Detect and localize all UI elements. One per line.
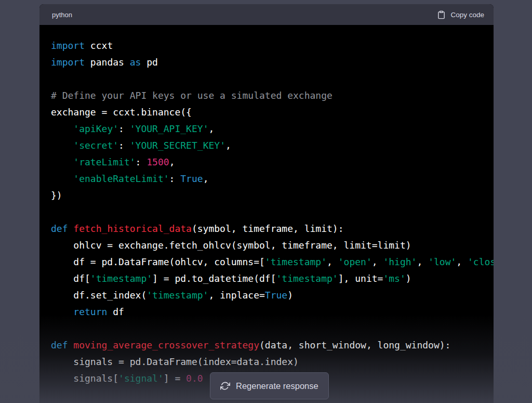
- clipboard-icon: [437, 10, 446, 20]
- code-token: 'timestamp': [265, 256, 327, 267]
- code-line: def fetch_historical_data(symbol, timefr…: [51, 220, 494, 237]
- code-token: signals[: [51, 373, 118, 384]
- code-token: 'apiKey': [73, 123, 118, 134]
- code-token: ,: [327, 256, 338, 267]
- code-token: ] = pd.to_datetime(df[: [152, 273, 276, 284]
- code-token: pandas: [85, 57, 130, 68]
- code-token: import: [51, 57, 85, 68]
- code-token: , inplace=: [208, 290, 264, 301]
- code-line: df = pd.DataFrame(ohlcv, columns=['times…: [51, 254, 494, 270]
- code-token: ,: [225, 140, 231, 151]
- code-token: [51, 157, 73, 167]
- regenerate-label: Regenerate response: [236, 381, 318, 391]
- code-line: return df: [51, 304, 494, 320]
- code-token: 'close': [468, 256, 494, 267]
- code-line: import ccxt: [51, 37, 494, 54]
- code-token: True: [265, 290, 287, 301]
- code-line: df['timestamp'] = pd.to_datetime(df['tim…: [51, 270, 494, 287]
- code-token: return: [73, 306, 107, 317]
- code-token: 'timestamp': [147, 290, 208, 301]
- code-token: 'high': [383, 256, 417, 267]
- code-token: exchange = ccxt.binance({: [51, 107, 192, 118]
- code-token: [51, 140, 73, 151]
- code-token: (data, short_window, long_window):: [259, 340, 450, 350]
- code-token: 'signal': [118, 373, 164, 384]
- code-token: [68, 223, 74, 234]
- code-token: df: [107, 306, 124, 317]
- code-token: [51, 123, 73, 134]
- code-token: 'enableRateLimit': [73, 173, 169, 184]
- code-token: ,: [203, 173, 209, 184]
- code-line: 'secret': 'YOUR_SECRET_KEY',: [51, 137, 494, 154]
- regenerate-icon: [220, 381, 230, 391]
- code-token: [51, 306, 73, 317]
- copy-code-button[interactable]: Copy code: [437, 10, 484, 20]
- code-token: as: [130, 57, 141, 68]
- code-line: [51, 204, 494, 220]
- regenerate-response-button[interactable]: Regenerate response: [210, 372, 329, 399]
- code-token: 'YOUR_API_KEY': [130, 123, 209, 134]
- code-line: # Define your API keys or use a simulate…: [51, 87, 494, 104]
- code-line: signals = pd.DataFrame(index=data.index): [51, 354, 494, 370]
- code-token: ccxt: [85, 40, 113, 51]
- code-token: ,: [456, 256, 468, 267]
- code-token: 'timestamp': [276, 273, 338, 284]
- code-token: 'timestamp': [90, 273, 152, 284]
- code-token: def: [51, 340, 68, 350]
- code-block: python Copy code import ccxtimport panda…: [39, 4, 494, 403]
- code-token: def: [51, 223, 68, 234]
- code-token: ): [406, 273, 411, 284]
- code-token: ,: [372, 256, 383, 267]
- code-token: 1500: [147, 157, 169, 167]
- code-token: 0.0: [186, 373, 203, 384]
- code-line: [51, 320, 494, 337]
- code-token: :: [118, 140, 130, 151]
- code-content: import ccxtimport pandas as pd# Define y…: [39, 25, 494, 403]
- code-token: 'rateLimit': [73, 157, 135, 167]
- code-line: [51, 71, 494, 87]
- code-token: signals = pd.DataFrame(index=data.index): [51, 356, 299, 367]
- code-line: }): [51, 187, 494, 204]
- language-label: python: [52, 11, 72, 19]
- code-line: ohlcv = exchange.fetch_ohlcv(symbol, tim…: [51, 237, 494, 254]
- code-token: fetch_historical_data: [73, 223, 192, 234]
- code-token: 'YOUR_SECRET_KEY': [130, 140, 225, 151]
- code-token: :: [169, 173, 181, 184]
- code-token: ohlcv = exchange.fetch_ohlcv(symbol, tim…: [51, 240, 411, 251]
- copy-code-label: Copy code: [450, 11, 484, 19]
- code-token: 'open': [338, 256, 372, 267]
- code-token: ] =: [164, 373, 186, 384]
- code-token: True: [180, 173, 203, 184]
- code-token: 'ms': [383, 273, 405, 284]
- code-line: 'rateLimit': 1500,: [51, 154, 494, 171]
- code-token: moving_average_crossover_strategy: [73, 340, 259, 350]
- code-line: exchange = ccxt.binance({: [51, 104, 494, 121]
- code-line: df.set_index('timestamp', inplace=True): [51, 287, 494, 304]
- code-line: 'apiKey': 'YOUR_API_KEY',: [51, 121, 494, 137]
- code-token: ], unit=: [338, 273, 383, 284]
- code-token: pd: [141, 57, 158, 68]
- code-line: def moving_average_crossover_strategy(da…: [51, 337, 494, 354]
- code-token: :: [136, 157, 147, 167]
- code-token: [68, 340, 74, 350]
- code-token: ): [287, 290, 293, 301]
- code-token: (symbol, timeframe, limit):: [192, 223, 344, 234]
- code-block-header: python Copy code: [39, 4, 494, 25]
- code-token: ,: [169, 157, 175, 167]
- code-token: import: [51, 40, 85, 51]
- code-token: ,: [208, 123, 214, 134]
- code-token: df.set_index(: [51, 290, 147, 301]
- code-token: # Define your API keys or use a simulate…: [51, 90, 332, 101]
- code-line: 'enableRateLimit': True,: [51, 171, 494, 187]
- code-token: df[: [51, 273, 90, 284]
- code-line: import pandas as pd: [51, 54, 494, 71]
- code-token: [51, 173, 73, 184]
- code-token: ,: [417, 256, 428, 267]
- code-token: 'secret': [73, 140, 118, 151]
- code-token: df = pd.DataFrame(ohlcv, columns=[: [51, 256, 265, 267]
- code-token: :: [118, 123, 130, 134]
- code-token: 'low': [428, 256, 456, 267]
- code-token: }): [51, 190, 62, 201]
